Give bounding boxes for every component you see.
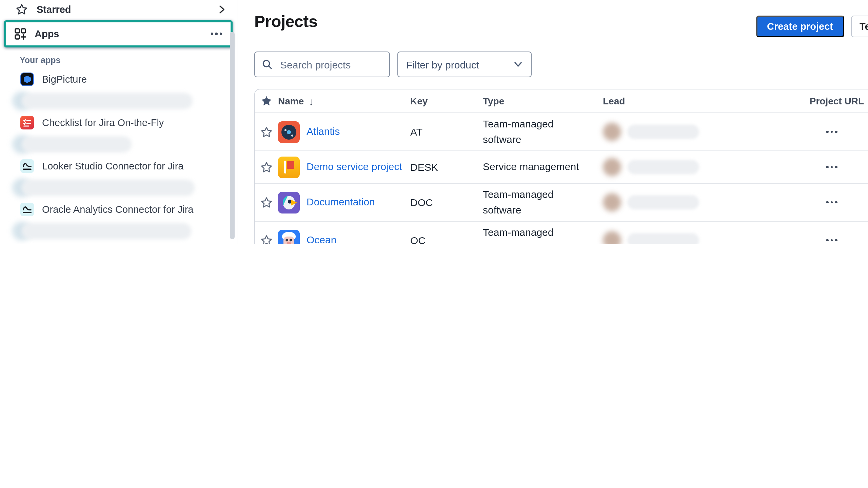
sidebar-item-starred[interactable]: Starred: [0, 0, 237, 18]
table-header-row: Name ↓ Key Type Lead Project URL: [255, 89, 868, 113]
app-label: Checklist for Jira On-the-Fly: [42, 117, 164, 128]
sidebar-scrollbar-thumb[interactable]: [230, 32, 235, 239]
project-key: OC: [410, 235, 483, 244]
apps-label: Apps: [35, 28, 59, 39]
sidebar-item-checklist[interactable]: Checklist for Jira On-the-Fly: [0, 112, 237, 134]
app-label: BigPicture: [42, 74, 87, 85]
sidebar-item-oracle-connector[interactable]: Oracle Analytics Connector for Jira: [0, 199, 237, 220]
search-icon: [262, 59, 273, 70]
more-actions-icon[interactable]: [826, 131, 837, 133]
more-actions-icon[interactable]: [826, 166, 837, 168]
create-project-button[interactable]: Create project: [756, 16, 844, 37]
star-toggle-icon[interactable]: [255, 234, 278, 244]
jira-projects-page: Starred Apps Your apps: [0, 0, 868, 244]
sidebar-scroll-area: Starred Apps Your apps: [0, 0, 237, 244]
templates-button[interactable]: Templates: [851, 16, 868, 37]
checklist-icon: [20, 116, 34, 129]
project-key: DOC: [410, 197, 483, 208]
redacted-row: [0, 220, 237, 242]
sort-descending-icon: ↓: [309, 95, 314, 107]
project-type: Team-managed software: [483, 187, 603, 218]
sidebar-item-powerbi-connector[interactable]: Power BI Connector for Jira: [0, 242, 237, 244]
sidebar-item-apps[interactable]: Apps: [4, 20, 233, 47]
project-type: Service management: [483, 160, 603, 175]
redacted-row: [0, 177, 237, 199]
filter-by-product-select[interactable]: Filter by product: [397, 52, 532, 77]
redacted-row: [0, 90, 237, 112]
column-header-project-url[interactable]: Project URL: [781, 96, 868, 106]
table-row: Atlantis AT Team-managed software: [255, 113, 868, 151]
redacted-row: [0, 134, 237, 155]
table-row: Documentation DOC Team-managed software: [255, 184, 868, 222]
project-key: DESK: [410, 161, 483, 173]
connector-chart-icon: [20, 159, 34, 173]
starred-label: Starred: [37, 4, 71, 15]
projects-table: Name ↓ Key Type Lead Project URL Atlanti…: [254, 89, 868, 244]
project-type: Team-managed software: [483, 225, 603, 244]
more-actions-icon[interactable]: [826, 239, 837, 242]
star-icon: [16, 3, 28, 15]
sidebar: Starred Apps Your apps: [0, 0, 237, 244]
redacted-lead: [603, 158, 781, 176]
project-avatar-parrot: [278, 191, 300, 213]
project-link[interactable]: Ocean: [307, 233, 336, 244]
project-avatar-red-flag: [278, 156, 300, 178]
redacted-lead: [603, 193, 781, 211]
main-content: Projects Create project Templates Filter…: [238, 0, 868, 244]
sidebar-item-looker-connector[interactable]: Looker Studio Connector for Jira: [0, 155, 237, 177]
project-link[interactable]: Demo service project: [307, 160, 402, 172]
apps-more-actions-icon[interactable]: [211, 33, 222, 35]
avatar: [603, 193, 621, 211]
avatar: [603, 231, 621, 244]
filter-label: Filter by product: [406, 59, 479, 70]
column-header-lead[interactable]: Lead: [603, 96, 781, 106]
star-column-header-icon[interactable]: [255, 95, 278, 107]
table-row: Demo service project DESK Service manage…: [255, 151, 868, 184]
star-toggle-icon[interactable]: [255, 126, 278, 138]
project-type: Team-managed software: [483, 117, 603, 147]
header-actions: Create project Templates: [756, 16, 868, 37]
project-avatar-yeti: [278, 229, 300, 244]
column-header-type[interactable]: Type: [483, 96, 603, 106]
search-projects-box[interactable]: [254, 52, 390, 77]
star-toggle-icon[interactable]: [255, 196, 278, 208]
sidebar-item-bigpicture[interactable]: BigPicture: [0, 68, 237, 90]
chevron-right-icon[interactable]: [218, 4, 226, 14]
redacted-lead: [603, 123, 781, 141]
filters-bar: Filter by product: [254, 52, 868, 77]
search-projects-input[interactable]: [279, 58, 383, 71]
avatar: [603, 158, 621, 176]
more-actions-icon[interactable]: [826, 201, 837, 204]
star-toggle-icon[interactable]: [255, 161, 278, 173]
project-link[interactable]: Documentation: [307, 196, 375, 207]
table-row: Ocean OC Team-managed software: [255, 222, 868, 244]
connector-chart-icon: [20, 203, 34, 216]
column-header-key[interactable]: Key: [410, 96, 483, 106]
chevron-down-icon: [513, 60, 523, 68]
avatar: [603, 123, 621, 141]
project-link[interactable]: Atlantis: [307, 125, 340, 137]
app-label: Looker Studio Connector for Jira: [42, 161, 184, 171]
bigpicture-icon: [20, 73, 34, 86]
redacted-lead: [603, 231, 781, 244]
your-apps-heading: Your apps: [0, 51, 237, 68]
project-key: AT: [410, 126, 483, 138]
project-avatar-vinyl-record: [278, 121, 300, 143]
column-header-name[interactable]: Name ↓: [278, 95, 410, 107]
apps-grid-icon: [14, 28, 26, 40]
app-label: Oracle Analytics Connector for Jira: [42, 204, 193, 215]
